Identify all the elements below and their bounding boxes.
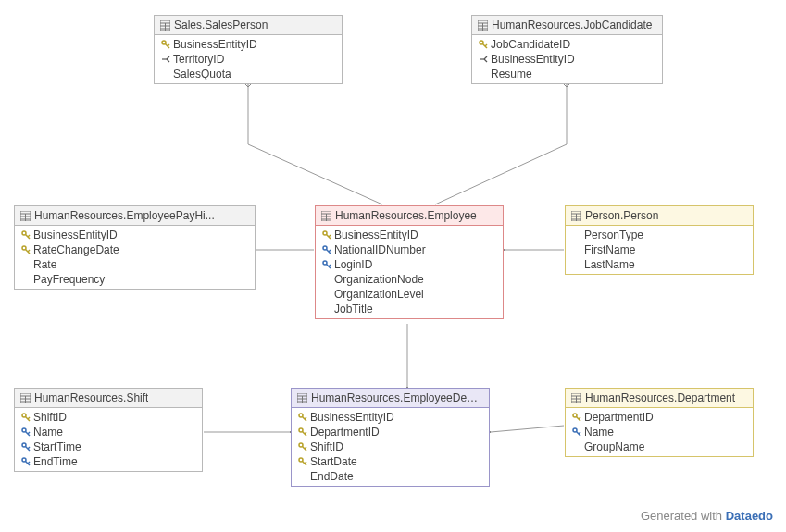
column-row[interactable]: ShiftID: [15, 410, 202, 425]
table-title: HumanResources.Employee: [335, 209, 477, 222]
svg-line-7: [168, 44, 169, 46]
column-row[interactable]: BusinessEntityID: [15, 228, 255, 242]
svg-point-63: [22, 443, 26, 447]
svg-point-57: [22, 414, 26, 417]
table-title: Sales.SalesPerson: [174, 19, 268, 31]
svg-line-68: [28, 462, 30, 464]
column-row[interactable]: JobCandidateID: [472, 37, 662, 52]
column-name: Name: [33, 426, 63, 439]
pk-icon: [20, 413, 31, 422]
column-row[interactable]: ShiftID: [292, 439, 489, 454]
index-icon: [321, 245, 332, 254]
table-header[interactable]: Person.Person: [566, 206, 753, 226]
column-name: ShiftID: [310, 440, 343, 453]
table-employee[interactable]: HumanResources.Employee BusinessEntityID…: [315, 205, 504, 319]
svg-line-29: [28, 235, 30, 237]
column-row[interactable]: BusinessEntityID: [155, 37, 342, 52]
table-header[interactable]: HumanResources.Employee: [316, 206, 503, 226]
table-empdept[interactable]: HumanResources.EmployeeDepar... Business…: [291, 388, 490, 487]
column-row[interactable]: Name: [15, 425, 202, 439]
table-header[interactable]: HumanResources.Department: [566, 389, 753, 408]
column-name: NationalIDNumber: [334, 243, 426, 256]
column-row[interactable]: Resume: [472, 67, 662, 81]
pk-icon: [571, 413, 582, 422]
column-row[interactable]: OrganizationNode: [316, 272, 503, 287]
column-row[interactable]: RateChangeDate: [15, 242, 255, 257]
columns-list: BusinessEntityID TerritoryIDSalesQuota: [155, 35, 342, 83]
table-icon: [478, 20, 488, 31]
column-row[interactable]: JobTitle: [316, 302, 503, 316]
table-payhistory[interactable]: HumanResources.EmployeePayHi... Business…: [14, 205, 256, 290]
svg-line-65: [28, 447, 30, 449]
columns-list: PersonTypeFirstNameLastName: [566, 226, 753, 274]
column-row[interactable]: TerritoryID: [155, 52, 342, 67]
column-row[interactable]: BusinessEntityID: [292, 410, 489, 425]
table-department[interactable]: HumanResources.Department DepartmentID N…: [565, 388, 754, 457]
column-name: BusinessEntityID: [173, 38, 257, 51]
fk-icon: [160, 55, 171, 64]
column-row[interactable]: LoginID: [316, 257, 503, 272]
svg-point-27: [22, 231, 26, 235]
column-name: StartDate: [310, 455, 357, 468]
column-row[interactable]: FirstName: [566, 242, 753, 257]
pk-icon: [297, 413, 308, 422]
table-header[interactable]: HumanResources.JobCandidate: [472, 16, 662, 35]
column-row[interactable]: EndTime: [15, 454, 202, 469]
svg-line-62: [28, 432, 30, 434]
column-row[interactable]: StartTime: [15, 439, 202, 454]
svg-point-5: [162, 41, 166, 44]
table-shift[interactable]: HumanResources.Shift ShiftID Name StartT…: [14, 388, 203, 472]
table-icon: [160, 20, 170, 31]
columns-list: BusinessEntityID NationalIDNumber LoginI…: [316, 226, 503, 318]
pk-icon: [297, 427, 308, 437]
svg-line-59: [28, 417, 30, 419]
pk-icon: [297, 457, 308, 466]
column-row[interactable]: PersonType: [566, 228, 753, 242]
column-row[interactable]: OrganizationLevel: [316, 287, 503, 302]
column-name: FirstName: [584, 243, 635, 256]
column-row[interactable]: BusinessEntityID: [472, 52, 662, 67]
table-title: HumanResources.Shift: [34, 391, 148, 404]
table-title: HumanResources.EmployeeDepar...: [311, 391, 483, 404]
column-name: JobCandidateID: [491, 38, 570, 51]
column-name: EndDate: [310, 470, 354, 483]
table-header[interactable]: HumanResources.Shift: [15, 389, 202, 408]
column-name: PersonType: [584, 229, 643, 241]
column-name: TerritoryID: [173, 53, 224, 66]
table-icon: [571, 211, 581, 221]
footer-brand: Dataedo: [726, 509, 773, 523]
column-row[interactable]: DepartmentID: [566, 410, 753, 425]
columns-list: BusinessEntityID DepartmentID ShiftID St…: [292, 408, 489, 486]
column-row[interactable]: Name: [566, 425, 753, 439]
table-salesperson[interactable]: Sales.SalesPerson BusinessEntityID Terri…: [154, 15, 343, 84]
svg-line-82: [305, 447, 306, 449]
columns-list: DepartmentID NameGroupName: [566, 408, 753, 456]
column-row[interactable]: PayFrequency: [15, 272, 255, 287]
column-row[interactable]: BusinessEntityID: [316, 228, 503, 242]
table-header[interactable]: HumanResources.EmployeeDepar...: [292, 389, 489, 408]
columns-list: BusinessEntityID RateChangeDateRatePayFr…: [15, 226, 255, 289]
column-row[interactable]: GroupName: [566, 439, 753, 454]
svg-point-38: [323, 231, 327, 235]
column-row[interactable]: LastName: [566, 257, 753, 272]
table-header[interactable]: HumanResources.EmployeePayHi...: [15, 206, 255, 226]
table-header[interactable]: Sales.SalesPerson: [155, 16, 342, 35]
svg-line-46: [329, 265, 331, 266]
svg-point-74: [299, 414, 303, 417]
fk-icon: [478, 55, 489, 64]
table-jobcandidate[interactable]: HumanResources.JobCandidate JobCandidate…: [471, 15, 663, 84]
table-icon: [297, 393, 307, 403]
table-person[interactable]: Person.Person PersonTypeFirstNameLastNam…: [565, 205, 754, 275]
column-row[interactable]: EndDate: [292, 469, 489, 484]
index-icon: [20, 427, 31, 437]
column-row[interactable]: DepartmentID: [292, 425, 489, 439]
column-row[interactable]: SalesQuota: [155, 67, 342, 81]
columns-list: JobCandidateID BusinessEntityIDResume: [472, 35, 662, 83]
column-name: EndTime: [33, 455, 78, 468]
svg-line-10: [167, 59, 169, 62]
column-row[interactable]: StartDate: [292, 454, 489, 469]
column-row[interactable]: NationalIDNumber: [316, 242, 503, 257]
column-name: OrganizationNode: [334, 273, 424, 286]
column-row[interactable]: Rate: [15, 257, 255, 272]
svg-line-96: [579, 432, 580, 434]
